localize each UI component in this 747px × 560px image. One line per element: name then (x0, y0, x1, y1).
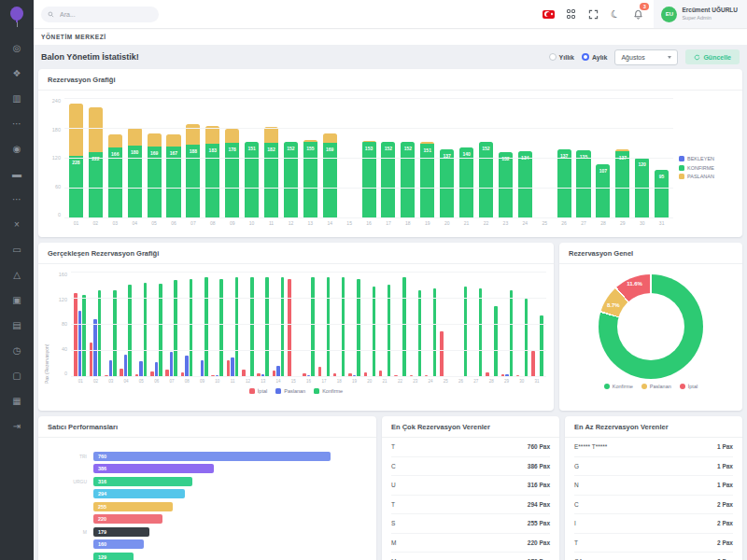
notifications-button[interactable]: 3 (627, 0, 649, 28)
card-title: Rezervasyon Genel (559, 243, 742, 264)
x-tick-label: 26 (555, 220, 574, 226)
seller-performance-card: Satıcı Performansları TRI760386URGU31629… (38, 416, 376, 560)
pax-value: 1 Pax (717, 463, 733, 469)
user-icon[interactable]: ◉ (0, 136, 34, 161)
seller-name: G (574, 463, 579, 469)
search-field[interactable] (58, 10, 152, 19)
list-item: C386 Pax (391, 457, 550, 477)
dashboard-icon[interactable]: ◎ (0, 35, 34, 61)
bar-value-label: 169 (323, 147, 337, 152)
stacked-bar: 188 (186, 124, 200, 217)
gridline (71, 298, 546, 299)
update-button[interactable]: Güncelle (685, 49, 740, 64)
legend-item[interactable]: Konfirme (604, 384, 633, 389)
bar (120, 369, 123, 376)
pax-value: 316 Pax (528, 482, 550, 488)
apps-grid-button[interactable] (559, 0, 582, 28)
legend-item[interactable]: BEKLEYEN (679, 156, 737, 161)
radio-monthly-label: Aylık (592, 54, 607, 61)
bar-value-label: 166 (108, 151, 122, 157)
paslanan-segment (166, 134, 180, 147)
app: ◎❖▥⋯◉▬⋯×▭△▣▤◷▢▦⇥ ☾ (0, 0, 747, 560)
bar (464, 287, 468, 376)
bar-value-label: 180 (128, 149, 142, 155)
konfirme-segment: 152 (381, 142, 395, 217)
gridline (64, 188, 673, 189)
seller-bar-row: 294 (38, 488, 363, 501)
menu-dots2-icon[interactable]: ⋯ (0, 187, 34, 212)
page-header: Balon Yönetim İstatistik! Yıllık Aylık A… (38, 45, 742, 69)
flask-icon[interactable]: △ (0, 262, 34, 287)
konfirme-segment: 169 (323, 143, 337, 217)
bar (219, 279, 223, 376)
legend-label: Paslanan (650, 384, 671, 389)
legend-label: Paslanan (284, 388, 305, 394)
month-select-value: Ağustos (621, 54, 644, 61)
least-sellers-list: E***** T*****1 PaxG1 PaxN1 PaxC2 PaxI2 P… (565, 438, 742, 560)
y-tick-label: 0 (44, 212, 61, 217)
legend-item[interactable]: PASLANAN (679, 174, 737, 179)
legend-item[interactable]: Paslanan (275, 388, 305, 394)
pax-value: 760 Pax (528, 443, 550, 450)
pax-value: 255 Pax (528, 520, 550, 526)
pax-value: 220 Pax (528, 539, 550, 546)
book-icon[interactable]: ▥ (0, 86, 34, 111)
briefcase-icon[interactable]: ▭ (0, 237, 34, 262)
konfirme-segment: 182 (264, 143, 278, 217)
legend-item[interactable]: Paslanan (641, 384, 671, 389)
bar (373, 287, 376, 376)
legend-item[interactable]: Konfirme (314, 388, 343, 394)
bar (155, 362, 159, 376)
top-sellers-list: T760 PaxC386 PaxU316 PaxT294 PaxS255 Pax… (382, 438, 559, 560)
stacked-bar: 135 (576, 150, 590, 217)
dark-mode-button[interactable]: ☾ (604, 0, 627, 28)
legend-swatch (249, 388, 255, 394)
language-flag-button[interactable] (537, 0, 559, 28)
stacked-bar: 137 (615, 149, 629, 217)
legend-swatch (641, 384, 647, 389)
bar (74, 293, 78, 376)
notification-badge: 3 (640, 3, 649, 10)
pax-value: 294 Pax (528, 501, 550, 508)
x-tick-label: 24 (515, 220, 535, 226)
breadcrumb: YÖNETİM MERKEZİ (34, 28, 747, 45)
shuffle-icon[interactable]: × (0, 212, 34, 237)
least-sellers-card: En Az Rezervasyon Verenler E***** T*****… (565, 416, 742, 560)
search-input[interactable] (41, 7, 159, 22)
radio-yearly[interactable]: Yıllık (549, 53, 574, 61)
bar-value-label: 135 (576, 154, 590, 160)
bus-icon[interactable]: ▣ (0, 287, 34, 313)
user-menu[interactable]: EU Ercüment UĞURLU Super Admin (654, 0, 747, 28)
logout-icon[interactable]: ⇥ (0, 413, 34, 439)
fullscreen-button[interactable] (582, 0, 604, 28)
bar (235, 277, 239, 376)
pax-value: 1 Pax (717, 443, 733, 450)
clock-icon[interactable]: ◷ (0, 338, 34, 363)
y-axis: 240180120600 (44, 98, 64, 217)
legend-item[interactable]: İptal (249, 388, 267, 394)
legend-item[interactable]: KONFIRME (679, 165, 737, 171)
stacked-bar: 152 (381, 142, 395, 217)
map-icon[interactable]: ▦ (0, 388, 34, 413)
seller-bar-row: 160 (38, 539, 363, 552)
period-controls: Yıllık Aylık Ağustos Güncelle (549, 49, 740, 65)
konfirme-segment: 151 (245, 142, 259, 217)
gridline (71, 272, 546, 273)
document-icon[interactable]: ▢ (0, 363, 34, 388)
apps-icon[interactable]: ❖ (0, 61, 34, 86)
paslanan-segment (108, 134, 122, 147)
radio-monthly[interactable]: Aylık (582, 53, 607, 61)
radio-yearly-label: Yıllık (559, 54, 574, 61)
y-tick-label: 120 (50, 297, 67, 302)
calculator-icon[interactable]: ▤ (0, 313, 34, 338)
balloon-logo[interactable] (0, 0, 34, 34)
seller-bar: 220 (93, 514, 162, 524)
bar-value-label: 153 (362, 146, 376, 151)
month-select[interactable]: Ağustos (614, 49, 678, 65)
menu-dots-icon[interactable]: ⋯ (0, 111, 34, 136)
legend-item[interactable]: İptal (680, 384, 698, 389)
legend-swatch (679, 165, 684, 171)
bar (231, 357, 234, 376)
seller-name: N (574, 482, 579, 488)
card-icon[interactable]: ▬ (0, 161, 34, 187)
